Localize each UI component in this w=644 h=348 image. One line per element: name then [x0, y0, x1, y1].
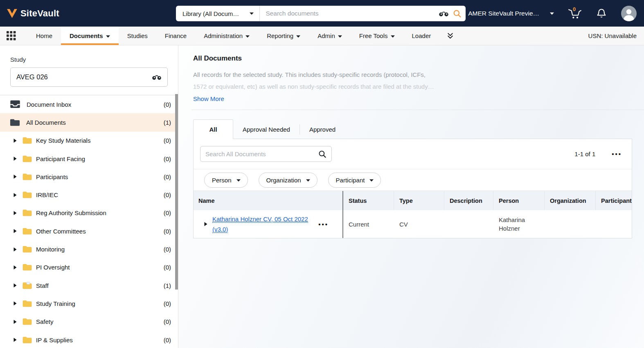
sidebar-item-label: Monitoring [36, 246, 65, 253]
sidebar-item-count: (1) [164, 119, 171, 126]
nav-item-loader[interactable]: Loader [403, 27, 440, 45]
sidebar-item-ip-and-supplies[interactable]: IP & Supplies (0) [0, 331, 178, 348]
vault-selector[interactable]: AMER SiteVault Previe… [468, 10, 554, 17]
nav-label: Documents [70, 32, 103, 39]
expand-triangle-icon[interactable] [14, 337, 18, 342]
expand-triangle-icon[interactable] [14, 301, 18, 306]
nav-item-documents[interactable]: Documents [61, 27, 119, 45]
user-menu-button[interactable] [621, 6, 637, 21]
more-tabs-button[interactable] [439, 27, 461, 45]
nav-item-studies[interactable]: Studies [119, 27, 156, 45]
search-submit-icon[interactable] [453, 9, 462, 18]
sidebar-item-other-committees[interactable]: Other Committees (0) [0, 222, 178, 240]
tab-all[interactable]: All [193, 119, 233, 139]
search-scope-dropdown[interactable]: Library (All Docum… [176, 6, 260, 21]
sidebar-item-safety[interactable]: Safety (0) [0, 313, 178, 331]
sidebar-item-participant-facing[interactable]: Participant Facing (0) [0, 150, 178, 168]
chevron-down-icon [106, 35, 110, 38]
column-header-type[interactable]: Type [394, 191, 444, 210]
list-actions-menu[interactable]: ••• [612, 150, 622, 157]
usn-status: USN: Unavailable [588, 27, 644, 45]
sidebar-item-study-training[interactable]: Study Training (0) [0, 294, 178, 312]
sidebar-item-label: Reg Authority Submission [36, 209, 106, 216]
nav-item-administration[interactable]: Administration [195, 27, 258, 45]
expand-triangle-icon[interactable] [14, 229, 18, 233]
sidebar-item-count: (0) [164, 137, 171, 144]
sidebar-item-reg-authority-submission[interactable]: Reg Authority Submission (0) [0, 204, 178, 222]
chevron-down-icon [306, 179, 310, 182]
expand-triangle-icon[interactable] [14, 211, 18, 216]
filter-label: Person [212, 177, 232, 184]
sidebar-item-count: (0) [164, 191, 171, 198]
list-search-input[interactable] [205, 150, 318, 157]
sidebar-item-pi-oversight[interactable]: PI Oversight (0) [0, 258, 178, 276]
cell-name: Katharina Holzner CV, 05 Oct 2022 (v3.0)… [194, 210, 343, 238]
chevron-down-icon [550, 12, 554, 15]
nav-item-finance[interactable]: Finance [156, 27, 195, 45]
global-search-input[interactable] [260, 10, 439, 17]
search-icon[interactable] [318, 150, 327, 158]
sidebar-item-participants[interactable]: Participants (0) [0, 168, 178, 186]
folder-icon [23, 155, 32, 163]
filter-person[interactable]: Person [204, 173, 248, 188]
cart-button[interactable]: 0 [568, 8, 582, 19]
filter-organization[interactable]: Organization [259, 173, 317, 188]
folder-icon [23, 263, 32, 271]
sidebar-item-monitoring[interactable]: Monitoring (0) [0, 240, 178, 258]
expand-triangle-icon[interactable] [14, 138, 18, 143]
show-more-link[interactable]: Show More [193, 95, 224, 102]
study-input[interactable] [16, 73, 152, 81]
document-link[interactable]: Katharina Holzner CV, 05 Oct 2022 (v3.0) [212, 214, 311, 234]
study-selector [10, 67, 168, 87]
sidebar-item-key-study-materials[interactable]: Key Study Materials (0) [0, 132, 178, 150]
cell-person: Katharina Holzner [493, 210, 545, 238]
column-header-name[interactable]: Name [194, 191, 343, 210]
expand-triangle-icon[interactable] [14, 156, 18, 161]
inbox-icon [10, 100, 20, 109]
expand-triangle-icon[interactable] [14, 265, 18, 270]
expand-triangle-icon[interactable] [14, 319, 18, 324]
nav-item-admin[interactable]: Admin [309, 27, 351, 45]
sidebar-item-count: (0) [164, 209, 171, 216]
veeva-v-icon [7, 8, 18, 18]
expand-triangle-icon[interactable] [14, 247, 18, 252]
column-header-status[interactable]: Status [343, 191, 394, 210]
folder-icon [23, 191, 32, 199]
sidebar-item-label: Study Training [36, 300, 75, 307]
sidebar-item-document-inbox[interactable]: Document Inbox (0) [0, 95, 178, 113]
app-grid-button[interactable] [0, 27, 27, 45]
primary-nav: Home Documents Studies Finance Administr… [0, 27, 644, 45]
row-actions-menu[interactable]: ••• [318, 221, 329, 228]
expand-triangle-icon[interactable] [14, 283, 18, 288]
sidebar-item-label: Participant Facing [36, 155, 85, 162]
column-header-participant[interactable]: Participant [596, 191, 632, 210]
sidebar-item-count: (0) [164, 173, 171, 180]
sidebar-item-staff[interactable]: Staff (1) [0, 276, 178, 294]
vault-name: AMER SiteVault Previe… [468, 10, 539, 17]
sidebar-item-count: (0) [164, 228, 171, 235]
tab-approved[interactable]: Approved [300, 119, 345, 139]
binoculars-icon[interactable] [152, 74, 162, 80]
expand-triangle-icon[interactable] [204, 222, 207, 227]
page-body: Study Document Inbox (0) All Documents (… [0, 45, 644, 348]
expand-triangle-icon[interactable] [14, 193, 18, 198]
nav-item-free-tools[interactable]: Free Tools [351, 27, 403, 45]
binoculars-icon[interactable] [439, 10, 449, 17]
expand-triangle-icon[interactable] [14, 174, 18, 179]
nav-item-reporting[interactable]: Reporting [258, 27, 309, 45]
sidebar-item-label: Safety [36, 318, 54, 325]
tab-approval-needed[interactable]: Approval Needed [233, 119, 299, 139]
filter-participant[interactable]: Participant [328, 173, 381, 188]
nav-item-home[interactable]: Home [27, 27, 61, 45]
sidebar-scrollbar[interactable] [175, 94, 178, 290]
notifications-button[interactable] [596, 8, 607, 19]
sidebar-item-all-documents[interactable]: All Documents (1) [0, 113, 178, 131]
column-header-person[interactable]: Person [493, 191, 545, 210]
sidebar-item-irb-iec[interactable]: IRB/IEC (0) [0, 186, 178, 204]
chevron-down-icon [245, 35, 250, 38]
app-logo[interactable]: SiteVault [0, 8, 59, 19]
column-header-organization[interactable]: Organization [545, 191, 596, 210]
folder-icon [23, 318, 32, 326]
column-header-description[interactable]: Description [444, 191, 493, 210]
nav-label: Free Tools [359, 32, 388, 39]
